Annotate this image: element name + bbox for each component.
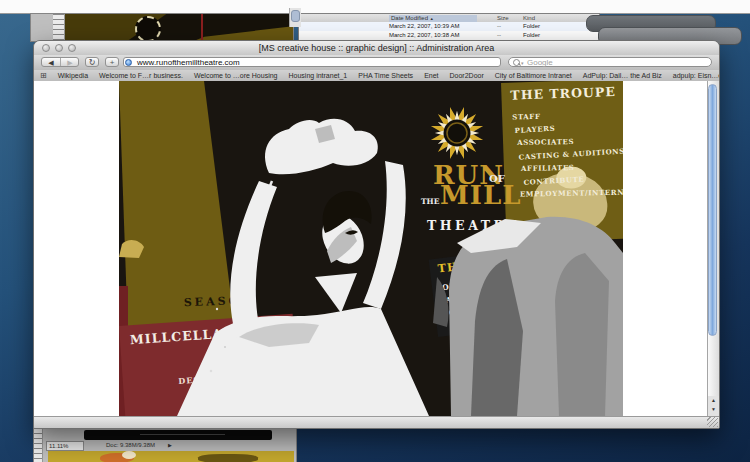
search-magnifier-icon: [513, 59, 520, 66]
row-size: --: [497, 31, 501, 40]
document-size-readout: Doc: 9.38M/9.38M: [106, 442, 155, 448]
bookmark-item[interactable]: City of Baltimore Intranet: [495, 72, 572, 79]
bookmark-item[interactable]: Welcome to F…r business.: [99, 72, 183, 79]
bookmark-item[interactable]: PHA Time Sheets: [358, 72, 413, 79]
bookmarks-grid-icon[interactable]: ⊞: [40, 71, 47, 80]
reload-button[interactable]: ↻: [85, 57, 99, 67]
status-bar: [34, 416, 719, 429]
row-kind: Folder: [523, 22, 540, 31]
add-bookmark-button[interactable]: +: [105, 57, 119, 67]
bookmark-item[interactable]: Welcome to …ore Housing: [194, 72, 278, 79]
photoshop-window-top[interactable]: [30, 13, 294, 42]
back-button[interactable]: ◀: [42, 58, 60, 68]
titlebar[interactable]: [MS creative house :: graphic design] ::…: [34, 41, 719, 56]
browser-window: [MS creative house :: graphic design] ::…: [33, 40, 720, 429]
close-button[interactable]: [42, 44, 50, 52]
canvas-guide-line: [201, 14, 203, 41]
bookmark-item[interactable]: Enet: [424, 72, 438, 79]
canvas-olive-shape: [65, 14, 195, 41]
forward-button[interactable]: ▶: [61, 58, 79, 68]
finder-row[interactable]: March 22, 2007, 10:38 AM -- Folder: [299, 31, 588, 40]
resize-grip[interactable]: [707, 417, 718, 427]
status-menu-arrow-icon[interactable]: ▶: [168, 442, 172, 448]
photoshop-window-bottom[interactable]: 11.11% Doc: 9.38M/9.38M ▶: [33, 427, 297, 462]
photoshop-ruler: [34, 428, 43, 462]
scroll-down-icon[interactable]: ▼: [708, 405, 719, 414]
desktop-background: Date Modified ▲ Size Kind March 22, 2007…: [0, 0, 750, 462]
photoshop-image-titlebar: [84, 430, 272, 440]
window-title: [MS creative house :: graphic design] ::…: [114, 41, 639, 55]
photoshop-canvas: [48, 451, 294, 462]
history-nav-control: ◀ ▶: [41, 57, 79, 67]
address-input[interactable]: www.runofthemilltheatre.com: [123, 57, 501, 67]
canvas-dark-shape: [198, 454, 258, 462]
sort-arrow-icon: ▲: [430, 16, 434, 21]
search-options-caret-icon[interactable]: ▾: [521, 60, 524, 66]
canvas-sun-outline: [135, 16, 161, 41]
bookmark-item[interactable]: AdPulp: Dail… the Ad Biz: [583, 72, 662, 79]
bookmark-item[interactable]: adpulp: Eisn…es - AdPulp: [673, 72, 720, 79]
finder-window[interactable]: Date Modified ▲ Size Kind March 22, 2007…: [298, 13, 600, 42]
column-kind[interactable]: Kind: [523, 15, 535, 21]
scrollbar-arrows[interactable]: ▲ ▼: [707, 396, 719, 416]
photoshop-canvas: [65, 14, 293, 41]
page-content: SEASON MILLCELLANEOUS APPAREL DESKTOP SC…: [34, 81, 707, 416]
bookmark-item[interactable]: Wikipedia: [58, 72, 88, 79]
row-size: --: [497, 22, 501, 31]
bookmark-item[interactable]: Door2Door: [450, 72, 484, 79]
row-date: March 22, 2007, 10:39 AM: [389, 22, 459, 31]
dancer-illustration: [119, 81, 623, 416]
column-size[interactable]: Size: [497, 15, 509, 21]
zoom-button[interactable]: [68, 44, 76, 52]
bookmark-item[interactable]: Housing intranet_1: [289, 72, 348, 79]
photoshop-ruler: [53, 14, 65, 41]
zoom-level-field[interactable]: 11.11%: [46, 441, 84, 451]
finder-row[interactable]: March 22, 2007, 10:39 AM -- Folder: [299, 22, 588, 31]
canvas-highlight-shape: [122, 451, 136, 459]
site-globe-icon: [125, 59, 132, 66]
row-kind: Folder: [523, 31, 540, 40]
finder-scroll-thumb[interactable]: [291, 10, 300, 22]
row-date: March 22, 2007, 10:38 AM: [389, 31, 459, 40]
column-date-modified[interactable]: Date Modified ▲: [389, 15, 477, 22]
scrollbar-thumb[interactable]: [708, 84, 717, 336]
site-artwork: SEASON MILLCELLANEOUS APPAREL DESKTOP SC…: [119, 81, 623, 416]
background-window-strip: [0, 0, 750, 14]
scroll-up-icon[interactable]: ▲: [708, 396, 719, 405]
browser-toolbar: ◀ ▶ ↻ + www.runofthemilltheatre.com Goog…: [34, 55, 719, 71]
search-input[interactable]: Google: [508, 57, 712, 67]
column-label: Date Modified: [391, 15, 428, 21]
minimize-button[interactable]: [55, 44, 63, 52]
